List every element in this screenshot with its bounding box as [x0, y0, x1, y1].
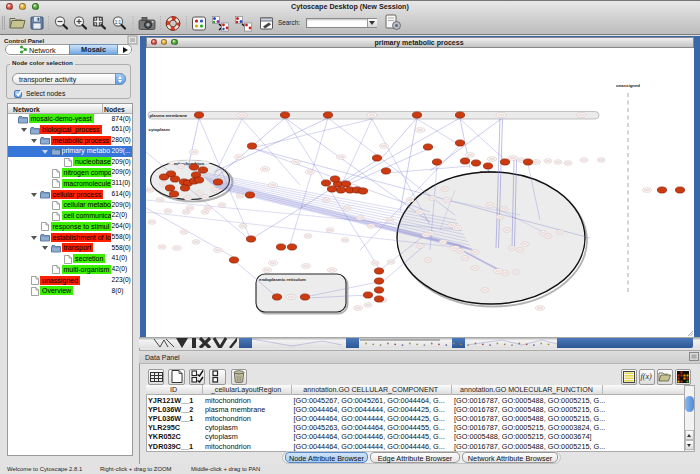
svg-text:plasma membrane: plasma membrane — [150, 113, 188, 118]
svg-text:unassigned: unassigned — [616, 83, 640, 88]
svg-text:endoplasmic reticulum: endoplasmic reticulum — [259, 277, 306, 282]
svg-text:cytoplasm: cytoplasm — [149, 127, 170, 132]
